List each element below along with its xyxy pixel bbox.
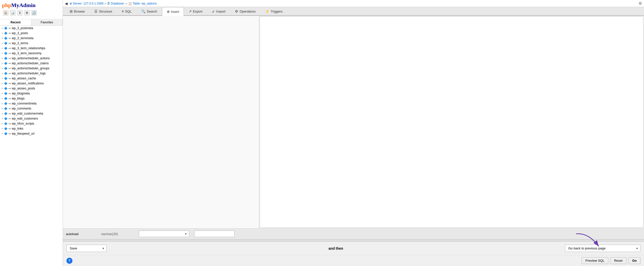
table-icon2: ⇨ (9, 72, 11, 75)
tree-expand-icon: + (2, 132, 3, 135)
table-icon2: ⇨ (9, 27, 11, 30)
tab-export-label: Export (193, 10, 203, 13)
tab-structure-label: Structure (99, 10, 112, 13)
sidebar-table-item[interactable]: + 🔷 ⇨ wp_aioseo_posts (0, 86, 63, 91)
tree-expand-icon: + (2, 112, 3, 115)
tree-expand-icon: + (2, 72, 3, 75)
sidebar-table-item[interactable]: + 🔷 ⇨ wp_litespeed_url (0, 131, 63, 136)
breadcrumb: 🖥 Server: 127.0.0.1:3306 » 🗄 Database: »… (69, 2, 157, 5)
tree-expand-icon: + (2, 117, 3, 120)
tab-sql[interactable]: ≡ SQL (117, 7, 136, 15)
sidebar-table-item[interactable]: + 🔷 ⇨ wp_blogs (0, 96, 63, 101)
settings-icon[interactable]: ⚙ (638, 1, 642, 6)
sidebar-table-item[interactable]: + 🔷 ⇨ wp_3_termmeta (0, 36, 63, 41)
export-icon: ↗ (189, 9, 192, 13)
tab-structure[interactable]: ☰ Structure (90, 7, 117, 15)
breadcrumb-database[interactable]: 🗄 Database: (107, 2, 125, 5)
then-select[interactable]: Go back to previous page Insert another … (565, 245, 640, 252)
table-icon: 🔷 (4, 92, 8, 95)
sidebar-table-label: wp_commentmeta (12, 102, 36, 105)
logo: phpMyAdmin (2, 2, 61, 9)
sidebar-table-label: wp_edd_customermeta (12, 112, 43, 115)
sidebar-table-item[interactable]: + 🔷 ⇨ wp_3_terms (0, 41, 63, 46)
help-icon[interactable]: ? (66, 258, 72, 264)
gear-icon[interactable]: ⚙ (24, 10, 30, 16)
autoload-value-input[interactable]: yes (194, 231, 234, 237)
sidebar-table-item[interactable]: + 🔷 ⇨ wp_commentmeta (0, 101, 63, 106)
sidebar-table-item[interactable]: + 🔷 ⇨ wp_comments (0, 106, 63, 111)
operations-icon: ⚙ (235, 9, 238, 13)
tab-recent[interactable]: Recent (0, 19, 31, 25)
sidebar-table-item[interactable]: + 🔷 ⇨ wp_3_term_relationships (0, 46, 63, 51)
tree-expand-icon: + (2, 107, 3, 110)
tab-browse-label: Browse (74, 10, 85, 13)
breadcrumb-server[interactable]: 🖥 Server: 127.0.0.1:3306 (69, 2, 103, 5)
table-icon: 🔷 (4, 132, 8, 135)
content-wrapper: autoload varchar(20) AES_DECRYPT AES_ENC… (63, 16, 644, 266)
breadcrumb-table[interactable]: 📋 Table: wp_options (128, 2, 157, 5)
table-icon: 🔷 (4, 52, 8, 55)
sidebar-table-item[interactable]: + 🔷 ⇨ wp_aioseo_cache (0, 76, 63, 81)
table-icon: 🔷 (4, 122, 8, 125)
tree-expand-icon: + (2, 77, 3, 80)
sidebar-table-item[interactable]: + 🔷 ⇨ wp_actionscheduler_logs (0, 71, 63, 76)
sidebar-header: phpMyAdmin 🏠 📊 ℹ ⚙ 🔄 (0, 0, 63, 19)
separator (63, 239, 644, 241)
autoload-function-select[interactable]: AES_DECRYPT AES_ENCRYPT (139, 231, 189, 237)
table-icon: 🔷 (4, 117, 8, 120)
sidebar-table-item[interactable]: + 🔷 ⇨ wp_3_term_taxonomy (0, 51, 63, 56)
chart-icon[interactable]: 📊 (10, 10, 16, 16)
autoload-row: autoload varchar(20) AES_DECRYPT AES_ENC… (63, 229, 644, 239)
tree-expand-icon: + (2, 87, 3, 90)
home-icon[interactable]: 🏠 (3, 10, 9, 16)
sidebar-table-item[interactable]: + 🔷 ⇨ wp_blogmeta (0, 91, 63, 96)
table-icon: 🔷 (4, 27, 8, 30)
table-icon2: ⇨ (9, 112, 11, 115)
table-icon2: ⇨ (9, 132, 11, 135)
tab-insert[interactable]: ⊕ Insert (162, 7, 184, 16)
sidebar-table-item[interactable]: + 🔷 ⇨ wp_aioseo_notifications (0, 81, 63, 86)
tree-expand-icon: + (2, 102, 3, 105)
back-button[interactable]: ◀ (65, 2, 68, 6)
tree-expand-icon: + (2, 47, 3, 50)
nav-tabs: ⊞ Browse ☰ Structure ≡ SQL 🔍 Search ⊕ In… (63, 7, 644, 16)
sql-icon: ≡ (122, 9, 124, 13)
table-icon: 🔷 (4, 112, 8, 115)
reset-button[interactable]: Reset (610, 257, 626, 264)
save-select[interactable]: Save Insert another row Insert and stay (66, 245, 107, 252)
sidebar-table-item[interactable]: + 🔷 ⇨ wp_actionscheduler_claims (0, 61, 63, 66)
preview-sql-button[interactable]: Preview SQL (582, 257, 608, 264)
table-icon2: ⇨ (9, 127, 11, 130)
go-button[interactable]: Go (628, 257, 640, 264)
value-textarea[interactable] (260, 17, 643, 228)
sidebar-table-item[interactable]: + 🔷 ⇨ wp_3_posts (0, 31, 63, 36)
tree-expand-icon: + (2, 127, 3, 130)
sidebar-table-item[interactable]: + 🔷 ⇨ wp_links (0, 126, 63, 131)
sidebar-table-item[interactable]: + 🔷 ⇨ wp_3_postmeta (0, 26, 63, 31)
breadcrumb-sep2: » (126, 2, 127, 5)
table-icon: 🔷 (4, 77, 8, 80)
sidebar-table-item[interactable]: + 🔷 ⇨ wp_hfcm_scripts (0, 121, 63, 126)
tab-export[interactable]: ↗ Export (184, 7, 207, 15)
tree-expand-icon: + (2, 67, 3, 70)
refresh-icon[interactable]: 🔄 (31, 10, 37, 16)
sidebar-table-item[interactable]: + 🔷 ⇨ wp_edd_customers (0, 116, 63, 121)
info-icon[interactable]: ℹ (17, 10, 23, 16)
tab-operations[interactable]: ⚙ Operations (230, 7, 260, 15)
tab-search[interactable]: 🔍 Search (136, 7, 162, 15)
import-icon: ↙ (212, 9, 215, 13)
tab-browse[interactable]: ⊞ Browse (65, 7, 90, 15)
table-icon2: ⇨ (9, 82, 11, 85)
tree-expand-icon: + (2, 52, 3, 55)
table-icon: 🔷 (4, 102, 8, 105)
tab-triggers[interactable]: ⚡ Triggers (260, 7, 287, 15)
sidebar: phpMyAdmin 🏠 📊 ℹ ⚙ 🔄 Recent Favorites + … (0, 0, 63, 266)
table-icon: 🔷 (4, 42, 8, 45)
sidebar-table-item[interactable]: + 🔷 ⇨ wp_actionscheduler_groups (0, 66, 63, 71)
tree-expand-icon: + (2, 92, 3, 95)
sidebar-table-item[interactable]: + 🔷 ⇨ wp_actionscheduler_actions (0, 56, 63, 61)
sidebar-icons: 🏠 📊 ℹ ⚙ 🔄 (2, 9, 61, 17)
tab-import[interactable]: ↙ Import (207, 7, 230, 15)
tab-favorites[interactable]: Favorites (31, 19, 63, 25)
sidebar-table-item[interactable]: + 🔷 ⇨ wp_edd_customermeta (0, 111, 63, 116)
